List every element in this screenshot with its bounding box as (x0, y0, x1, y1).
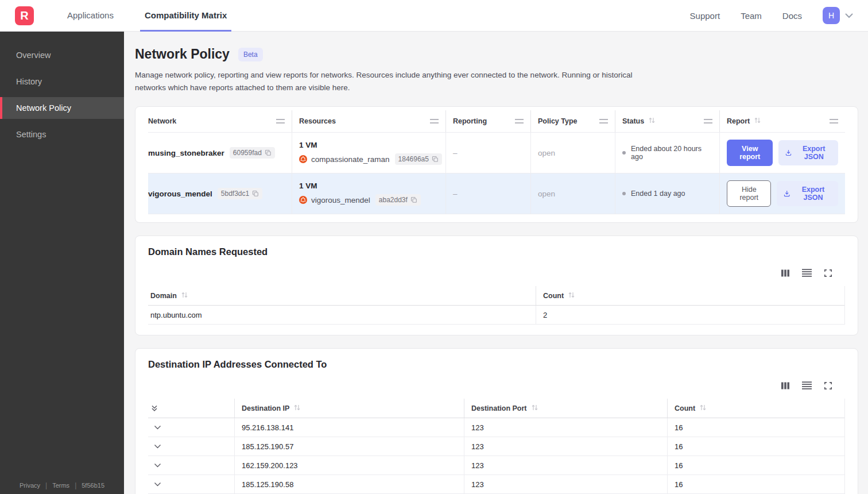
user-menu[interactable]: H (823, 7, 853, 24)
status-cell: Ended 1 day ago (615, 173, 719, 214)
sort-icon[interactable] (699, 404, 707, 413)
sidebar-item-overview[interactable]: Overview (0, 44, 124, 66)
sidebar-item-settings[interactable]: Settings (0, 124, 124, 145)
column-resize-handle[interactable] (704, 119, 712, 124)
expand-row-button[interactable] (148, 475, 234, 493)
destinations-card: Destination IP Addresses Connected To (135, 348, 858, 494)
nav-link-team[interactable]: Team (741, 11, 762, 21)
destination-port-cell: 123 (464, 418, 667, 437)
column-header-resources[interactable]: Resources (292, 110, 445, 132)
columns-toggle-button[interactable] (781, 269, 790, 277)
destination-ip-cell: 185.125.190.57 (234, 437, 464, 456)
column-resize-handle[interactable] (830, 119, 838, 124)
status-dot (622, 151, 626, 155)
top-navbar: R Applications Compatibility Matrix Supp… (0, 0, 868, 32)
expand-row-button[interactable] (148, 456, 234, 474)
export-json-button[interactable]: Export JSON (778, 140, 838, 165)
column-header-reporting[interactable]: Reporting (445, 110, 530, 132)
nav-link-docs[interactable]: Docs (782, 11, 802, 21)
sort-icon[interactable] (648, 116, 656, 126)
domains-table: Domain Count ntp.ubuntu.com 2 (148, 286, 845, 325)
destinations-table-header: Destination IP Destination Port Count (148, 399, 844, 418)
divider: | (45, 481, 47, 489)
column-header-policy-type[interactable]: Policy Type (530, 110, 615, 132)
nav-link-support[interactable]: Support (690, 11, 720, 21)
network-row: vigorous_mendel 5bdf3dc1 1 VM vigorous_m… (148, 173, 845, 214)
sort-icon[interactable] (181, 291, 188, 300)
density-button[interactable] (802, 269, 812, 277)
networks-table-card: Network Resources Reporting Policy Type … (135, 106, 858, 223)
ubuntu-icon (299, 196, 307, 204)
destination-row: 185.125.190.57 123 16 (148, 437, 844, 456)
hide-report-button[interactable]: Hide report (727, 180, 771, 207)
column-resize-handle[interactable] (430, 119, 439, 124)
sidebar-item-history[interactable]: History (0, 71, 124, 92)
sidebar-item-network-policy[interactable]: Network Policy (0, 97, 124, 119)
density-button[interactable] (802, 381, 812, 389)
column-resize-handle[interactable] (276, 119, 285, 124)
chevron-down-icon (154, 425, 161, 430)
expand-all-button[interactable] (148, 399, 234, 418)
sort-icon[interactable] (754, 116, 761, 126)
column-header-network[interactable]: Network (148, 110, 292, 132)
column-header-status[interactable]: Status (615, 110, 719, 132)
reporting-cell: – (445, 133, 530, 173)
expand-row-button[interactable] (148, 418, 234, 437)
chevron-down-icon (154, 482, 161, 487)
tab-applications[interactable]: Applications (63, 0, 118, 32)
report-cell: View report Export JSON (719, 133, 845, 173)
privacy-link[interactable]: Privacy (20, 482, 40, 489)
expand-row-button[interactable] (148, 437, 234, 456)
destination-row: 95.216.138.141 123 16 (148, 418, 844, 437)
chevron-down-icon (845, 10, 853, 21)
download-icon (785, 149, 792, 157)
terms-link[interactable]: Terms (52, 482, 69, 489)
copy-hash-button[interactable]: 5bdf3dc1 (218, 188, 262, 199)
sort-icon[interactable] (293, 404, 301, 413)
divider: | (75, 481, 76, 489)
fullscreen-button[interactable] (824, 381, 832, 390)
destinations-table: Destination IP Destination Port Count (148, 399, 845, 494)
count-cell: 2 (536, 306, 844, 324)
domains-table-header: Domain Count (148, 286, 844, 306)
fullscreen-icon (824, 269, 832, 277)
columns-icon (781, 381, 790, 390)
report-cell: Hide report Export JSON (719, 173, 845, 214)
tab-compatibility-matrix[interactable]: Compatibility Matrix (140, 0, 231, 32)
count-cell: 16 (667, 475, 844, 493)
domain-cell: ntp.ubuntu.com (148, 306, 536, 324)
network-row: musing_stonebraker 60959fad 1 VM compass… (148, 132, 845, 173)
column-resize-handle[interactable] (515, 119, 524, 124)
copy-hash-button[interactable]: aba2dd3f (375, 194, 421, 206)
destination-port-cell: 123 (464, 475, 667, 493)
count-cell: 16 (667, 437, 844, 456)
copy-hash-button[interactable]: 184696a5 (395, 153, 442, 165)
avatar: H (823, 7, 840, 24)
sidebar: Overview History Network Policy Settings… (0, 32, 124, 494)
fullscreen-button[interactable] (824, 269, 832, 277)
copy-icon (265, 149, 272, 156)
destination-ip-cell: 95.216.138.141 (234, 418, 464, 437)
count-cell: 16 (667, 418, 844, 437)
main-content: Network Policy Beta Manage network polic… (124, 32, 868, 494)
column-header-domain[interactable]: Domain (148, 286, 536, 305)
columns-toggle-button[interactable] (781, 381, 790, 390)
view-report-button[interactable]: View report (727, 140, 773, 166)
chevron-down-icon (154, 444, 161, 449)
destination-row: 185.125.190.58 123 16 (148, 475, 844, 494)
column-header-destination-ip[interactable]: Destination IP (234, 399, 464, 418)
destinations-card-title: Destination IP Addresses Connected To (148, 359, 845, 370)
chevron-down-icon (154, 463, 161, 468)
column-header-count[interactable]: Count (667, 399, 844, 418)
sort-icon[interactable] (531, 404, 538, 413)
sort-icon[interactable] (568, 291, 575, 300)
column-resize-handle[interactable] (599, 119, 608, 124)
column-header-destination-port[interactable]: Destination Port (464, 399, 667, 418)
policy-type-cell: open (530, 133, 615, 173)
export-json-button[interactable]: Export JSON (777, 181, 838, 206)
destination-port-cell: 123 (464, 456, 667, 474)
app-logo[interactable]: R (15, 6, 34, 25)
column-header-report[interactable]: Report (719, 110, 845, 132)
copy-hash-button[interactable]: 60959fad (230, 147, 275, 159)
column-header-count[interactable]: Count (536, 286, 844, 305)
